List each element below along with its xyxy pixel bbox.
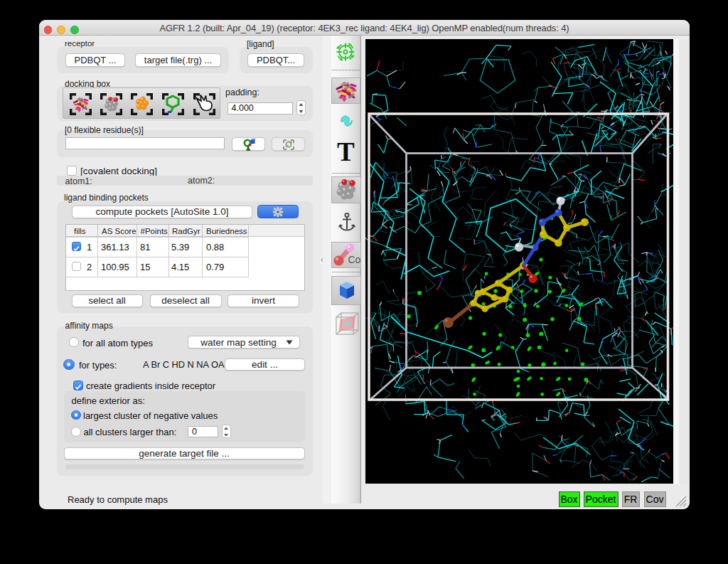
svg-text:Co: Co xyxy=(348,254,361,265)
